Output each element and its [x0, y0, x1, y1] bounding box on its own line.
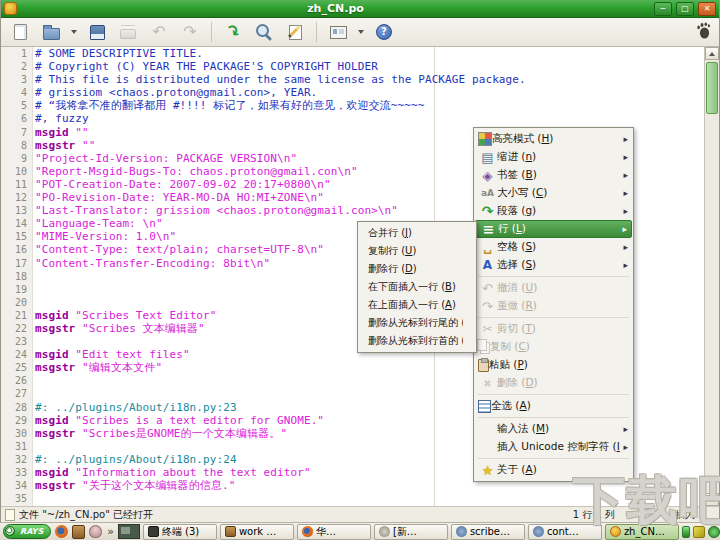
- close-button[interactable]: ✕: [698, 2, 716, 16]
- goto-line-button[interactable]: [220, 20, 246, 44]
- code-text: [32, 296, 35, 309]
- menu-item[interactable]: 粘贴 (P): [475, 356, 632, 374]
- line-number: 26: [1, 374, 32, 387]
- arrow-down-icon: [709, 498, 715, 502]
- view-toggle-button[interactable]: [325, 20, 351, 44]
- scroll-up-button[interactable]: [705, 47, 719, 60]
- submenu-arrow-icon: ▸: [620, 152, 628, 162]
- menu-item[interactable]: 书签 (B)▸: [475, 166, 632, 184]
- code-text: msgstr "Scribes 文本编辑器": [32, 322, 205, 335]
- menu-item[interactable]: 缩进 (n)▸: [475, 148, 632, 166]
- taskbar-window-button[interactable]: 终端 (3): [143, 524, 217, 540]
- menu-item[interactable]: 插入 Unicode 控制字符 (I)▸: [475, 438, 632, 456]
- code-text: [32, 387, 35, 400]
- code-text: # grissiom <chaos.proton@gmail.con>, YEA…: [32, 86, 317, 99]
- goto-icon: [226, 24, 239, 40]
- menu-item: 复制 (C): [475, 338, 632, 356]
- menu-item[interactable]: 全选 (A): [475, 397, 632, 415]
- menu-item[interactable]: 删除从光标到行首的 (C): [359, 332, 475, 350]
- menu-item[interactable]: 段落 (g)▸: [475, 202, 632, 220]
- line-number: 8: [1, 139, 32, 152]
- editor-line: 6#, fuzzy: [1, 112, 705, 125]
- taskbar-window-button[interactable]: scribe…: [451, 524, 525, 540]
- editor-line: 35: [1, 492, 705, 505]
- open-button[interactable]: [38, 20, 64, 44]
- cut-icon: [478, 322, 497, 336]
- menu-item[interactable]: 选择 (S)▸: [475, 256, 632, 274]
- taskbar-window-label: cont…: [547, 526, 579, 537]
- selection-icon: [478, 258, 497, 272]
- indent-icon: [478, 150, 497, 165]
- view-toggle-button-dropdown-arrow-icon[interactable]: [358, 30, 364, 34]
- menu-item[interactable]: 合并行 (J): [359, 224, 475, 242]
- taskbar-window-button[interactable]: [新…: [374, 524, 448, 540]
- line-number: 3: [1, 73, 32, 86]
- line-number: 36: [1, 505, 32, 506]
- open-button-dropdown-arrow-icon[interactable]: [71, 30, 77, 34]
- replace-button[interactable]: [282, 20, 308, 44]
- scroll-down-button[interactable]: [705, 493, 719, 506]
- taskbar-window-button[interactable]: work …: [220, 524, 294, 540]
- media-tray-icon[interactable]: [708, 526, 720, 538]
- vertical-scrollbar[interactable]: [704, 47, 719, 506]
- editor-line: 1# SOME DESCRIPTIVE TITLE.: [1, 47, 705, 60]
- menu-item[interactable]: 在上面插入一行 (A): [359, 296, 475, 314]
- scrollbar-thumb[interactable]: [706, 62, 718, 114]
- line-number: 1: [1, 47, 32, 60]
- paste-icon: [478, 359, 489, 372]
- menu-item[interactable]: 关于 (A): [475, 461, 632, 479]
- search-button[interactable]: [251, 20, 277, 44]
- security-tray-icon[interactable]: [693, 526, 705, 538]
- menu-item[interactable]: 高亮模式 (H)▸: [475, 130, 632, 148]
- code-text: "Project-Id-Version: PACKAGE VERSION\n": [32, 152, 297, 165]
- firefox-launcher[interactable]: [54, 524, 69, 539]
- menu-item[interactable]: 行 (L)▸: [475, 220, 632, 238]
- menu-item-label: 复制 (C): [490, 340, 620, 354]
- code-text: "Content-Transfer-Encoding: 8bit\n": [32, 257, 270, 270]
- line-number: 12: [1, 191, 32, 204]
- minimize-button[interactable]: ─: [654, 2, 672, 16]
- menu-item[interactable]: 空格 (S)▸: [475, 238, 632, 256]
- taskbar-window-button[interactable]: 华…: [297, 524, 371, 540]
- menu-item-label: 删除从光标到行首的 (C): [368, 334, 463, 348]
- titlebar[interactable]: zh_CN.po ─ □ ✕: [1, 0, 719, 18]
- start-menu-button[interactable]: RAYS: [3, 524, 51, 539]
- workspace-switcher[interactable]: [118, 524, 140, 539]
- line-number: 34: [1, 479, 32, 492]
- menu-item[interactable]: 删除从光标到行尾的 (E): [359, 314, 475, 332]
- line-number: 16: [1, 243, 32, 256]
- cursor-position: 1 行 1 列: [573, 508, 615, 522]
- menu-item[interactable]: 输入法 (M)▸: [475, 420, 632, 438]
- code-text: #: ../plugins/AutoReplaceGUI/i18n.py:23: [32, 505, 297, 506]
- taskbar-window-button[interactable]: cont…: [528, 524, 602, 540]
- battery-tray-icon[interactable]: [682, 526, 690, 538]
- taskbar-window-button[interactable]: zh_CN…: [605, 524, 679, 540]
- desktop: zh_CN.po ─ □ ✕: [0, 0, 720, 540]
- menu-item[interactable]: 大小写 (C)▸: [475, 184, 632, 202]
- code-text: [32, 270, 35, 283]
- taskbar-window-label: scribe…: [470, 526, 510, 537]
- new-document-button[interactable]: [7, 20, 33, 44]
- save-button[interactable]: [84, 20, 110, 44]
- package-launcher[interactable]: [71, 524, 86, 539]
- submenu-arrow-icon: ▸: [620, 424, 628, 434]
- line-number: 14: [1, 217, 32, 230]
- star-icon: [478, 463, 497, 478]
- menu-item[interactable]: 在下面插入一行 (B): [359, 278, 475, 296]
- code-text: #, fuzzy: [32, 112, 89, 125]
- menu-item[interactable]: 删除行 (D): [359, 260, 475, 278]
- paragraph-icon: [478, 203, 497, 219]
- maximize-button[interactable]: □: [676, 2, 694, 16]
- gray-icon: [379, 526, 390, 537]
- line-submenu: 合并行 (J)复制行 (U)删除行 (D)在下面插入一行 (B)在上面插入一行 …: [357, 221, 477, 353]
- print-icon: [120, 29, 136, 39]
- menu-item[interactable]: 复制行 (U): [359, 242, 475, 260]
- toolbar: [1, 18, 719, 47]
- launcher-overflow-chevron[interactable]: »: [106, 525, 115, 538]
- undo-icon: [478, 281, 497, 296]
- alarm-launcher[interactable]: [88, 524, 103, 539]
- box-icon: [225, 526, 236, 537]
- help-button[interactable]: [371, 20, 397, 44]
- code-text: "Content-Type: text/plain; charset=UTF-8…: [32, 243, 324, 256]
- line-number: 23: [1, 335, 32, 348]
